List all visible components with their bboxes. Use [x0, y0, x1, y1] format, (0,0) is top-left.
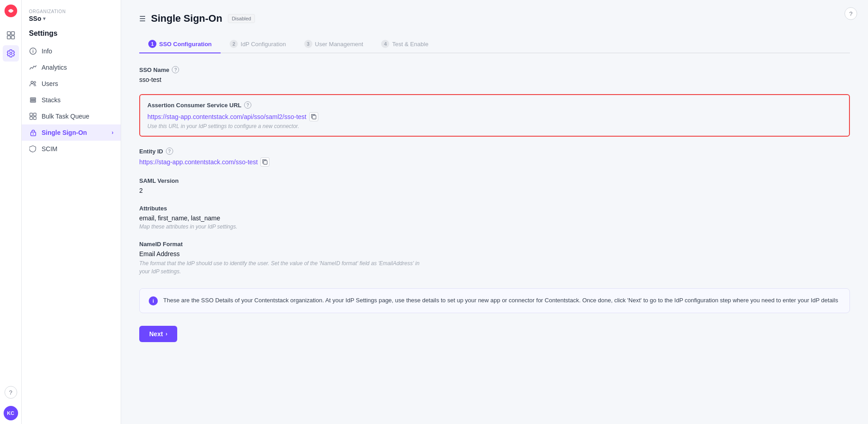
rail-settings-icon[interactable]: [3, 45, 19, 62]
tab-user-management[interactable]: 3 User Management: [295, 35, 373, 53]
menu-icon[interactable]: ☰: [139, 14, 146, 23]
svg-rect-12: [30, 100, 36, 101]
org-chevron-icon: ▾: [43, 15, 46, 22]
sso-lock-icon: [29, 129, 37, 137]
acs-url-copy-icon[interactable]: [309, 112, 318, 121]
entity-id-copy-icon[interactable]: [260, 157, 269, 167]
sso-label: Single Sign-On: [42, 129, 87, 136]
stacks-icon: [29, 96, 37, 104]
tabs-bar: 1 SSO Configuration 2 IdP Configuration …: [139, 35, 850, 53]
acs-url-hint: Use this URL in your IdP settings to con…: [147, 123, 842, 129]
acs-url-label: Assertion Consumer Service URL ?: [147, 101, 842, 109]
attributes-label: Attributes: [139, 205, 850, 212]
nameid-format-hint: The format that the IdP should use to id…: [139, 259, 429, 276]
sso-chevron-icon: ›: [112, 129, 113, 136]
next-label: Next: [149, 330, 163, 338]
tab-1-number: 1: [148, 40, 156, 48]
main-content: ☰ Single Sign-On Disabled 1 SSO Configur…: [121, 0, 868, 424]
acs-url-link: https://stag-app.contentstack.com/api/ss…: [147, 113, 307, 120]
users-label: Users: [42, 80, 58, 87]
next-arrow-icon: ›: [165, 331, 167, 337]
tab-idp-configuration[interactable]: 2 IdP Configuration: [221, 35, 295, 53]
stacks-label: Stacks: [42, 96, 61, 104]
info-label: Info: [42, 48, 52, 55]
org-label: Organization: [29, 9, 113, 14]
info-box: i These are the SSO Details of your Cont…: [139, 288, 850, 313]
entity-id-link: https://stag-app.contentstack.com/sso-te…: [139, 158, 258, 166]
svg-point-10: [34, 81, 36, 83]
users-icon: [29, 80, 37, 88]
nameid-format-value: Email Address: [139, 250, 850, 257]
info-box-text: These are the SSO Details of your Conten…: [163, 296, 838, 305]
svg-rect-2: [11, 32, 14, 35]
nameid-format-section: NameID Format Email Address The format t…: [139, 241, 850, 276]
help-icon-rail[interactable]: ?: [5, 386, 17, 399]
sidebar-item-bulk-task-queue[interactable]: Bulk Task Queue: [22, 108, 121, 124]
entity-id-section: Entity ID ? https://stag-app.contentstac…: [139, 148, 850, 167]
tab-3-number: 3: [304, 40, 312, 48]
tab-2-number: 2: [230, 40, 238, 48]
rail-grid-icon[interactable]: [3, 27, 19, 43]
tab-4-number: 4: [381, 40, 389, 48]
page-title: Single Sign-On: [151, 13, 222, 24]
sidebar-item-analytics[interactable]: Analytics: [22, 59, 121, 76]
status-badge: Disabled: [228, 14, 255, 23]
sidebar-item-users[interactable]: Users: [22, 76, 121, 92]
sso-name-value: sso-test: [139, 76, 850, 83]
sso-name-section: SSO Name ? sso-test: [139, 66, 850, 83]
svg-point-8: [33, 49, 33, 50]
saml-version-section: SAML Version 2: [139, 177, 850, 194]
help-icon-corner[interactable]: ?: [844, 7, 857, 20]
icon-rail: ? KC: [0, 0, 22, 424]
svg-rect-11: [30, 98, 36, 99]
org-name: SSo: [29, 15, 41, 22]
svg-rect-14: [30, 113, 33, 116]
svg-rect-3: [7, 36, 10, 39]
entity-id-value-row: https://stag-app.contentstack.com/sso-te…: [139, 157, 850, 167]
svg-rect-20: [312, 115, 316, 119]
info-box-icon: i: [149, 296, 158, 305]
entity-id-help-icon[interactable]: ?: [166, 148, 173, 155]
sidebar-item-stacks[interactable]: Stacks: [22, 92, 121, 108]
sidebar-item-scim[interactable]: SCIM: [22, 141, 121, 157]
svg-point-5: [9, 52, 12, 55]
svg-rect-17: [33, 117, 36, 119]
sidebar: Organization SSo ▾ Settings Info Analyti…: [22, 0, 121, 424]
svg-rect-13: [30, 101, 36, 103]
saml-version-label: SAML Version: [139, 177, 850, 184]
svg-rect-21: [264, 161, 267, 164]
acs-url-help-icon[interactable]: ?: [244, 101, 251, 109]
scim-icon: [29, 145, 37, 153]
svg-rect-1: [7, 32, 10, 35]
svg-point-9: [31, 81, 33, 84]
attributes-section: Attributes email, first_name, last_name …: [139, 205, 850, 230]
user-avatar-rail[interactable]: KC: [4, 406, 18, 420]
org-selector[interactable]: SSo ▾: [29, 15, 113, 22]
next-button[interactable]: Next ›: [139, 326, 177, 342]
saml-version-value: 2: [139, 187, 850, 194]
analytics-icon: [29, 63, 37, 71]
analytics-label: Analytics: [42, 64, 67, 71]
page-header: ☰ Single Sign-On Disabled: [139, 13, 850, 24]
sidebar-title: Settings: [22, 29, 121, 43]
tab-4-label: Test & Enable: [392, 41, 428, 48]
tab-sso-configuration[interactable]: 1 SSO Configuration: [139, 35, 221, 53]
scim-label: SCIM: [42, 145, 57, 152]
sidebar-item-sso[interactable]: Single Sign-On ›: [22, 124, 121, 141]
entity-id-label: Entity ID ?: [139, 148, 850, 155]
nameid-format-label: NameID Format: [139, 241, 850, 248]
tab-test-enable[interactable]: 4 Test & Enable: [372, 35, 437, 53]
attributes-value: email, first_name, last_name: [139, 214, 850, 222]
sso-name-help-icon[interactable]: ?: [172, 66, 179, 73]
svg-rect-16: [30, 117, 33, 119]
acs-url-box: Assertion Consumer Service URL ? https:/…: [139, 94, 850, 137]
sidebar-item-info[interactable]: Info: [22, 43, 121, 59]
bulk-task-queue-label: Bulk Task Queue: [42, 113, 90, 120]
svg-rect-4: [11, 36, 14, 39]
tab-2-label: IdP Configuration: [241, 41, 286, 48]
tab-3-label: User Management: [315, 41, 363, 48]
app-logo[interactable]: [4, 4, 18, 18]
tab-1-label: SSO Configuration: [159, 41, 212, 48]
svg-point-19: [33, 133, 33, 134]
svg-rect-15: [33, 113, 36, 116]
